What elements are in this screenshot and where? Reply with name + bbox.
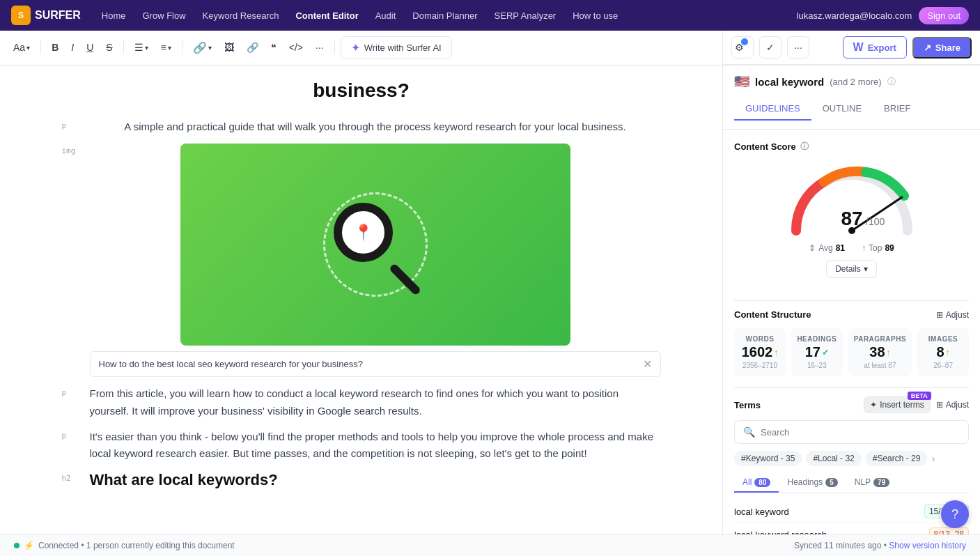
h2-text[interactable]: What are local keywords?: [90, 471, 661, 489]
para2-text[interactable]: It's easier than you think - below you'l…: [90, 428, 661, 463]
nav-keyword-research[interactable]: Keyword Research: [196, 6, 286, 25]
toolbar-separator-4: [334, 40, 335, 54]
words-arrow-icon: ↑: [774, 348, 778, 357]
write-surfer-ai-button[interactable]: ✦ Write with Surfer AI: [341, 36, 452, 59]
info-icon[interactable]: ⓘ: [887, 76, 896, 88]
hashtag-local[interactable]: #Local - 32: [806, 451, 861, 466]
target-icon: 📍: [354, 224, 373, 242]
export-button[interactable]: W Export: [843, 36, 907, 59]
nav-content-editor[interactable]: Content Editor: [288, 6, 365, 25]
top-label: ↑ Top 89: [862, 243, 894, 253]
content-score-title: Content Score ⓘ: [734, 141, 969, 153]
beta-badge: BETA: [908, 392, 931, 400]
score-gauge-container: 87 /100: [734, 161, 969, 238]
align-button[interactable]: ☰▾: [130, 38, 153, 56]
sync-text: Synced 11 minutes ago •: [794, 541, 887, 550]
nlp-badge: 79: [873, 478, 889, 487]
paragraphs-range: at least 87: [854, 362, 906, 369]
share-button[interactable]: ↗ Share: [912, 37, 972, 59]
nav-serp-analyzer[interactable]: SERP Analyzer: [488, 6, 563, 25]
nav-home[interactable]: Home: [95, 6, 133, 25]
subtitle-text[interactable]: A simple and practical guide that will w…: [90, 118, 661, 135]
paragraphs-card: PARAGRAPHS 38 ↑ at least 87: [848, 328, 912, 376]
nav-growflow[interactable]: Grow Flow: [135, 6, 192, 25]
adjust-button[interactable]: ⊞ Adjust: [936, 310, 969, 320]
term-tab-all[interactable]: All 80: [734, 473, 779, 493]
term-tab-headings[interactable]: Headings 5: [779, 473, 846, 493]
top-navigation: S SURFER Home Grow Flow Keyword Research…: [0, 0, 980, 31]
images-range: 26–87: [923, 362, 963, 369]
code-button[interactable]: </>: [284, 38, 308, 56]
term-row-1: local keyword research 8/13–28: [734, 523, 969, 534]
details-button[interactable]: Details ▾: [826, 260, 877, 278]
bold-button[interactable]: B: [47, 38, 63, 56]
images-label: IMAGES: [923, 335, 963, 343]
nav-audit[interactable]: Audit: [368, 6, 403, 25]
caption-text[interactable]: How to do the best local seo keyword res…: [99, 359, 363, 369]
sign-out-button[interactable]: Sign out: [919, 7, 969, 24]
nav-right: lukasz.wardega@localo.com Sign out: [797, 7, 969, 24]
images-card: IMAGES 8 ↑ 26–87: [917, 328, 969, 376]
check-button[interactable]: ✓: [759, 36, 781, 59]
wordpress-icon: W: [853, 41, 864, 54]
words-card: WORDS 1602 ↑ 2356–2710: [734, 328, 786, 376]
font-size-button[interactable]: Aa ▾: [8, 38, 35, 56]
score-info-icon[interactable]: ⓘ: [800, 141, 809, 153]
insert-terms-button[interactable]: BETA ✦ Insert terms: [864, 396, 930, 413]
nav-domain-planner[interactable]: Domain Planner: [405, 6, 484, 25]
headings-check-icon: ✓: [822, 348, 829, 357]
img-label: img: [62, 144, 84, 155]
expand-hashtags-button[interactable]: ›: [931, 453, 935, 464]
image-button[interactable]: 🖼: [219, 38, 239, 56]
list-button[interactable]: ≡▾: [156, 38, 176, 56]
divider-1: [734, 300, 969, 301]
panel-more-button[interactable]: ···: [787, 36, 809, 59]
page-title[interactable]: business?: [62, 79, 661, 102]
panel-header: 🇺🇸 local keyword (and 2 more) ⓘ GUIDELIN…: [723, 65, 980, 130]
ai-sparkle-icon: ✦: [351, 41, 360, 54]
term-tabs: All 80 Headings 5 NLP 79: [734, 473, 969, 493]
help-button[interactable]: ?: [941, 500, 969, 528]
search-input[interactable]: [761, 427, 960, 438]
strikethrough-button[interactable]: S: [101, 38, 117, 56]
keyword-row: 🇺🇸 local keyword (and 2 more) ⓘ: [734, 74, 969, 89]
divider-2: [734, 387, 969, 388]
score-avg-top: ⇕ Avg 81 ↑ Top 89: [734, 243, 969, 253]
avg-label: ⇕ Avg 81: [809, 243, 845, 253]
terms-adjust-button[interactable]: ⊞ Adjust: [936, 400, 969, 410]
para1-text[interactable]: From this article, you will learn how to…: [90, 385, 661, 420]
close-caption-button[interactable]: ✕: [643, 357, 652, 371]
tab-guidelines[interactable]: GUIDELINES: [734, 98, 811, 121]
tab-outline[interactable]: OUTLINE: [811, 98, 873, 121]
logo[interactable]: S SURFER: [11, 6, 81, 25]
tab-brief[interactable]: BRIEF: [873, 98, 921, 121]
image-block: img 📍: [62, 144, 661, 377]
settings-button[interactable]: ⚙: [731, 36, 754, 59]
subtitle-block: p A simple and practical guide that will…: [62, 118, 661, 135]
toolbar-separator-1: [40, 40, 41, 54]
more-button[interactable]: ···: [311, 38, 329, 56]
panel-content[interactable]: Content Score ⓘ: [723, 130, 980, 534]
hashtag-keyword[interactable]: #Keyword - 35: [734, 451, 802, 466]
connected-dot: [14, 543, 20, 548]
headings-card: HEADINGS 17 ✓ 16–23: [791, 328, 843, 376]
underline-button[interactable]: U: [81, 38, 98, 56]
p-label: p: [62, 118, 84, 130]
editor-area[interactable]: business? p A simple and practical guide…: [0, 65, 722, 534]
keyword-more[interactable]: (and 2 more): [830, 77, 881, 87]
terms-search-box[interactable]: 🔍: [734, 420, 969, 444]
term-tab-nlp[interactable]: NLP 79: [846, 473, 898, 493]
article-image[interactable]: 📍: [180, 144, 570, 346]
terms-adjust-icon: ⊞: [936, 400, 943, 410]
italic-button[interactable]: I: [66, 38, 79, 56]
content-structure-section: Content Structure ⊞ Adjust WORDS 1602 ↑: [734, 309, 969, 388]
editor-content: business? p A simple and practical guide…: [62, 79, 661, 489]
panel-tabs: GUIDELINES OUTLINE BRIEF: [734, 98, 969, 121]
p-label-2: p: [62, 428, 84, 440]
hashtag-search[interactable]: #Search - 29: [866, 451, 928, 466]
link-button[interactable]: 🔗▾: [188, 38, 217, 58]
quote-button[interactable]: ❝: [266, 38, 281, 56]
show-version-history-button[interactable]: Show version history: [889, 541, 966, 550]
hyperlink-button[interactable]: 🔗: [242, 38, 263, 56]
nav-how-to-use[interactable]: How to use: [566, 6, 625, 25]
